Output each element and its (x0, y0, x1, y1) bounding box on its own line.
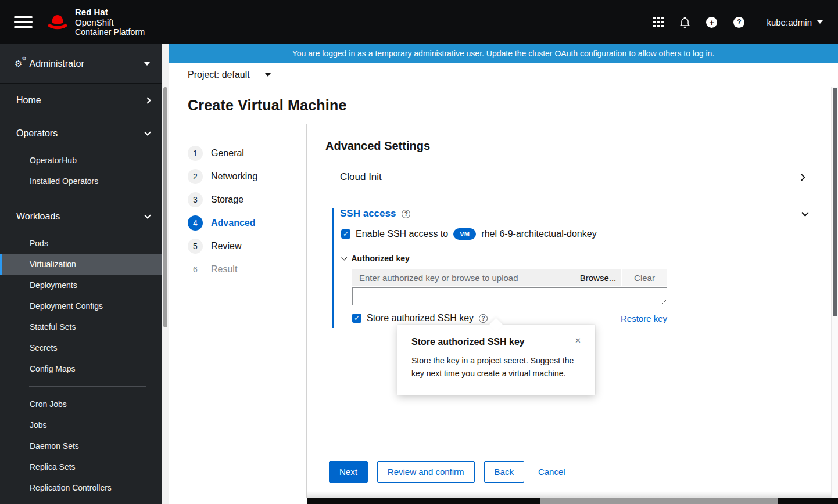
sidebar-item-operators[interactable]: Operators (0, 117, 169, 150)
login-notice-banner: You are logged in as a temporary adminis… (169, 44, 838, 63)
back-button[interactable]: Back (484, 461, 524, 483)
clear-button[interactable]: Clear (622, 269, 667, 286)
sidebar-item-home[interactable]: Home (0, 84, 169, 117)
sidebar-item-cron-jobs[interactable]: Cron Jobs (0, 394, 169, 415)
ssh-access-title: SSH access (340, 208, 396, 219)
review-and-confirm-button[interactable]: Review and confirm (377, 461, 475, 483)
section-title: Advanced Settings (325, 139, 808, 153)
app-launcher-icon[interactable] (653, 17, 664, 28)
vm-name: rhel 6-9-architectual-donkey (481, 229, 596, 239)
popover-body: Store the key in a project secret. Sugge… (411, 355, 581, 380)
perspective-caret-icon (144, 62, 150, 66)
divider (29, 386, 146, 387)
sidebar-scrollbar[interactable] (162, 44, 169, 504)
cancel-button[interactable]: Cancel (533, 462, 570, 482)
notifications-bell-icon[interactable] (680, 17, 690, 28)
checkbox-checked-icon: ✓ (352, 314, 361, 323)
sidebar-item-replica-sets[interactable]: Replica Sets (0, 456, 169, 477)
store-key-popover: Store authorized SSH key ✕ Store the key… (397, 325, 595, 395)
ssh-collapse-chevron-icon[interactable] (801, 209, 809, 217)
enable-ssh-checkbox[interactable]: ✓ Enable SSH access to VM rhel 6-9-archi… (340, 228, 808, 240)
openshift-console: Red Hat OpenShift Container Platform + ?… (0, 0, 838, 504)
cloud-init-expandable[interactable]: Cloud Init (325, 165, 808, 197)
cluster-oauth-configuration-link[interactable]: cluster OAuth configuration (528, 49, 626, 58)
wizard-step-content: Advanced Settings Cloud Init SSH access … (307, 124, 831, 498)
wizard-steps-nav: 1 General 2 Networking 3 Storage 4 Advan… (169, 124, 307, 498)
perspective-label: Administrator (29, 59, 84, 69)
brand-line-3: Container Platform (75, 27, 145, 37)
sidebar-item-config-maps[interactable]: Config Maps (0, 358, 169, 379)
sidebar-item-deployments[interactable]: Deployments (0, 275, 169, 296)
project-value: default (222, 70, 250, 80)
project-label: Project: (188, 70, 219, 80)
sidebar-item-deployment-configs[interactable]: Deployment Configs (0, 296, 169, 316)
popover-title: Store authorized SSH key (411, 337, 525, 347)
create-vm-wizard: 1 General 2 Networking 3 Storage 4 Advan… (169, 124, 831, 498)
plus-circle-icon[interactable]: + (706, 17, 717, 28)
store-key-checkbox[interactable]: ✓ Store authorized SSH key (352, 313, 474, 323)
sidebar-item-workloads[interactable]: Workloads (0, 200, 169, 233)
project-selector[interactable]: Project: default (169, 63, 838, 87)
wizard-step-networking[interactable]: 2 Networking (169, 165, 306, 188)
authorized-key-toggle[interactable]: Authorized key (340, 254, 808, 263)
question-circle-icon[interactable]: ? (733, 17, 744, 28)
sidebar-item-jobs[interactable]: Jobs (0, 415, 169, 435)
wizard-step-result: 6 Result (169, 258, 306, 281)
next-button[interactable]: Next (329, 461, 368, 483)
sidebar-nav: ⚙⚙ Administrator Home Operators Operator… (0, 44, 169, 504)
sidebar-item-pods[interactable]: Pods (0, 233, 169, 254)
horizontal-scrollbar-thumb[interactable] (540, 498, 778, 504)
popover-close-icon[interactable]: ✕ (575, 337, 581, 344)
authorized-key-file-input[interactable] (352, 269, 575, 286)
brand-line-2: OpenShift (75, 17, 145, 28)
sidebar-item-virtualization[interactable]: Virtualization (0, 254, 169, 275)
user-name: kube:admin (767, 17, 812, 27)
main-content: You are logged in as a temporary adminis… (169, 44, 838, 504)
chevron-down-icon (342, 254, 347, 260)
brand-line-1: Red Hat (75, 7, 145, 17)
checkbox-checked-icon: ✓ (341, 229, 350, 239)
page-title: Create Virtual Machine (188, 97, 346, 114)
chevron-right-icon (798, 174, 805, 181)
sidebar-scrollbar-thumb[interactable] (163, 87, 167, 327)
chevron-right-icon (144, 97, 151, 103)
sidebar-item-replication-controllers[interactable]: Replication Controllers (0, 477, 169, 498)
vertical-scrollbar-thumb[interactable] (833, 88, 837, 316)
sidebar-item-installed-operators[interactable]: Installed Operators (0, 171, 169, 192)
redhat-fedora-icon (45, 13, 70, 31)
content-horizontal-scrollbar[interactable] (307, 498, 838, 504)
wizard-step-review[interactable]: 5 Review (169, 235, 306, 258)
sidebar-item-daemon-sets[interactable]: Daemon Sets (0, 435, 169, 456)
ssh-key-file-upload: Browse... Clear (352, 269, 667, 286)
project-caret-icon (265, 73, 271, 77)
masthead: Red Hat OpenShift Container Platform + ?… (0, 0, 838, 44)
wizard-step-advanced[interactable]: 4 Advanced (169, 211, 306, 235)
wizard-step-general[interactable]: 1 General (169, 142, 306, 165)
wizard-footer: Next Review and confirm Back Cancel (329, 461, 570, 483)
chevron-down-icon (144, 212, 151, 218)
sidebar-item-stateful-sets[interactable]: Stateful Sets (0, 316, 169, 337)
store-key-help-icon[interactable]: ? (479, 314, 488, 323)
restore-key-link[interactable]: Restore key (621, 314, 667, 323)
perspective-switcher[interactable]: ⚙⚙ Administrator (0, 44, 169, 84)
ssh-access-help-icon[interactable]: ? (402, 210, 410, 218)
nav-toggle-button[interactable] (14, 16, 33, 28)
vm-badge: VM (453, 228, 476, 240)
content-vertical-scrollbar[interactable] (831, 87, 838, 498)
ssh-access-section: SSH access ? ✓ Enable SSH access to VM r… (332, 208, 808, 328)
browse-button[interactable]: Browse... (575, 269, 621, 286)
user-caret-icon (817, 20, 823, 24)
wizard-step-storage[interactable]: 3 Storage (169, 188, 306, 211)
sidebar-item-secrets[interactable]: Secrets (0, 337, 169, 358)
user-menu[interactable]: kube:admin (767, 17, 823, 27)
chevron-down-icon (144, 129, 151, 135)
redhat-openshift-logo: Red Hat OpenShift Container Platform (45, 7, 145, 37)
cogs-icon: ⚙⚙ (15, 59, 22, 69)
authorized-key-textarea[interactable] (352, 287, 667, 305)
sidebar-item-operatorhub[interactable]: OperatorHub (0, 150, 169, 171)
